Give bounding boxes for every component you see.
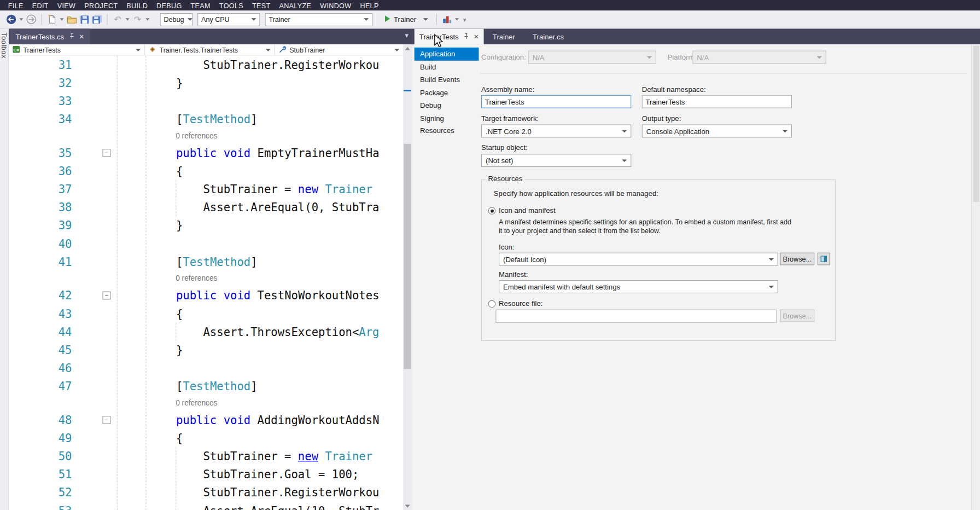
new-file-dropdown-icon[interactable]: [60, 18, 64, 21]
properties-scrollbar[interactable]: [971, 44, 980, 510]
scrollbar-thumb[interactable]: [973, 45, 979, 202]
properties-nav-build[interactable]: Build: [415, 60, 479, 73]
close-icon[interactable]: ✕: [79, 33, 85, 40]
toolbox-tab[interactable]: Toolbox: [0, 29, 9, 510]
resource-file-label: Resource file:: [499, 299, 542, 307]
fold-collapse-button[interactable]: −: [102, 149, 110, 157]
code-line: 40: [9, 235, 403, 253]
tab-title: Trainer: [493, 33, 515, 40]
code-text: public void EmptyTrainerMustHa: [122, 144, 380, 162]
close-icon[interactable]: ✕: [474, 33, 479, 40]
line-number: 48: [9, 411, 72, 429]
properties-nav-list: ApplicationBuildBuild EventsPackageDebug…: [415, 48, 479, 137]
navbar-project-dropdown[interactable]: C# TrainerTests: [9, 44, 145, 55]
scrollbar-thumb[interactable]: [404, 144, 411, 369]
properties-nav-application[interactable]: Application: [415, 48, 479, 60]
icon-dropdown[interactable]: (Default Icon): [499, 253, 778, 266]
default-namespace-input[interactable]: TrainerTests: [642, 95, 792, 108]
line-number: 39: [9, 216, 72, 234]
assembly-name-input[interactable]: TrainerTests: [481, 95, 631, 108]
scroll-up-icon[interactable]: [405, 47, 410, 50]
document-list-dropdown-icon[interactable]: ▾: [405, 31, 409, 39]
icon-picker-button[interactable]: [818, 253, 830, 265]
codelens-references-link[interactable]: 0 references: [176, 128, 217, 144]
solution-configuration-dropdown[interactable]: Debug: [160, 13, 192, 26]
fold-collapse-button[interactable]: −: [102, 416, 110, 424]
navbar-member-value: StubTrainer: [289, 46, 325, 54]
codelens-references-link[interactable]: 0 references: [176, 271, 217, 287]
menu-file[interactable]: FILE: [4, 2, 28, 9]
redo-dropdown-icon[interactable]: [145, 18, 149, 21]
fold-collapse-button[interactable]: −: [102, 292, 110, 300]
solution-platform-dropdown[interactable]: Any CPU: [197, 13, 260, 26]
navbar-member-dropdown[interactable]: StubTrainer: [275, 44, 403, 55]
undo-dropdown-icon[interactable]: [126, 18, 130, 21]
code-editor[interactable]: 31 StubTrainer.RegisterWorkou32 }3334 [T…: [9, 56, 403, 510]
code-line: 44 Assert.ThrowsException<Arg: [9, 323, 403, 341]
open-file-icon[interactable]: [66, 13, 78, 26]
menu-window[interactable]: WINDOW: [316, 2, 355, 9]
icon-and-manifest-radio[interactable]: [488, 207, 496, 215]
properties-nav-debug[interactable]: Debug: [415, 99, 479, 112]
navigate-forward-icon[interactable]: [25, 13, 38, 26]
menu-edit[interactable]: EDIT: [28, 2, 53, 9]
menu-test[interactable]: TEST: [248, 2, 275, 9]
redo-icon[interactable]: ↷: [131, 13, 144, 26]
tab-trainertests[interactable]: TrainerTests✕: [415, 29, 484, 45]
output-type-label: Output type:: [642, 114, 681, 122]
header-divider: [480, 73, 966, 74]
properties-nav-signing[interactable]: Signing: [415, 112, 479, 124]
menu-analyze[interactable]: ANALYZE: [275, 2, 316, 9]
tab-trainer[interactable]: Trainer: [484, 29, 524, 45]
codelens-references-link[interactable]: 0 references: [176, 395, 217, 411]
configuration-label: Configuration:: [481, 53, 526, 61]
line-number: 46: [9, 359, 72, 377]
manifest-dropdown[interactable]: Embed manifest with default settings: [499, 280, 778, 293]
tab-trainer-cs[interactable]: Trainer.cs: [524, 29, 573, 45]
startup-object-value: (Not set): [486, 157, 513, 164]
target-framework-dropdown[interactable]: .NET Core 2.0: [481, 124, 631, 137]
misc-tool-dropdown-icon[interactable]: [455, 18, 459, 21]
menu-debug[interactable]: DEBUG: [152, 2, 186, 9]
navbar-type-dropdown[interactable]: Trainer.Tests.TrainerTests: [145, 44, 275, 55]
target-framework-value: .NET Core 2.0: [486, 127, 532, 135]
tab-trainertests-cs[interactable]: TrainerTests.cs ✕: [10, 29, 90, 45]
code-text: [TestMethod]: [122, 377, 258, 395]
toolbar-overflow-button[interactable]: ▾: [463, 16, 466, 23]
startup-project-dropdown[interactable]: Trainer: [265, 13, 373, 26]
output-type-dropdown[interactable]: Console Application: [642, 124, 792, 137]
misc-tool-icon[interactable]: [441, 13, 453, 26]
pin-icon[interactable]: [68, 33, 74, 40]
menu-help[interactable]: HELP: [355, 2, 383, 9]
startup-object-dropdown[interactable]: (Not set): [481, 154, 631, 167]
codelens-row: 0 references: [9, 128, 403, 144]
line-number: 44: [9, 323, 72, 341]
start-debugging-button[interactable]: Trainer: [380, 13, 433, 26]
codelens-row: 0 references: [9, 395, 403, 411]
undo-icon[interactable]: ↶: [111, 13, 124, 26]
navigate-back-dropdown-icon[interactable]: [19, 18, 23, 21]
pin-icon[interactable]: [463, 33, 469, 40]
properties-nav-package[interactable]: Package: [415, 86, 479, 98]
menu-tools[interactable]: TOOLS: [215, 2, 248, 9]
code-text: StubTrainer = new Trainer: [122, 447, 372, 465]
properties-nav-build-events[interactable]: Build Events: [415, 73, 479, 86]
save-icon[interactable]: [78, 13, 91, 26]
menu-view[interactable]: VIEW: [53, 2, 80, 9]
new-file-icon[interactable]: [45, 13, 58, 26]
menu-team[interactable]: TEAM: [186, 2, 215, 9]
scroll-down-icon[interactable]: [405, 505, 410, 508]
navigate-back-icon[interactable]: [5, 13, 18, 26]
editor-vertical-scrollbar[interactable]: [403, 44, 412, 510]
properties-nav-resources[interactable]: Resources: [415, 124, 479, 137]
chevron-down-icon: [647, 56, 652, 59]
resource-file-radio[interactable]: [488, 300, 496, 308]
resource-file-input[interactable]: [495, 310, 777, 323]
save-all-icon[interactable]: [91, 13, 103, 26]
icon-browse-button[interactable]: Browse...: [780, 253, 814, 265]
code-line: 34 [TestMethod]: [9, 110, 403, 128]
menu-project[interactable]: PROJECT: [80, 2, 122, 9]
line-number: 45: [9, 341, 72, 359]
line-number: 32: [9, 74, 72, 92]
menu-build[interactable]: BUILD: [122, 2, 152, 9]
